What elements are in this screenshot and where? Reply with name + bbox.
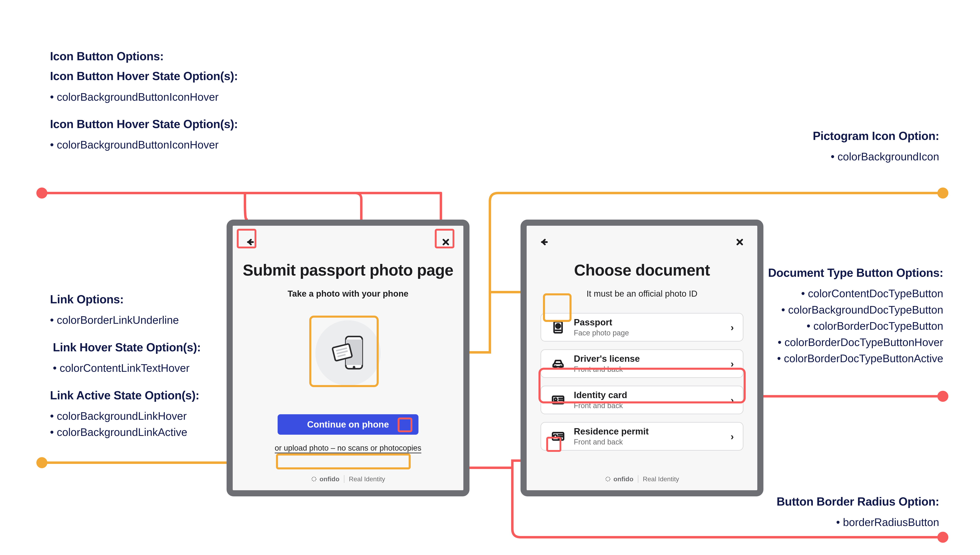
anno-item: colorBackgroundButtonIconHover [50,137,275,153]
anno-subheading: Link Hover State Option(s): [53,340,254,354]
back-button[interactable] [538,236,551,249]
connector-node [937,188,948,199]
anno-link: Link Options: colorBorderLinkUnderline L… [50,292,254,452]
anno-item: colorBorderLinkUnderline [50,312,254,328]
doc-subtitle: Front and back [574,438,723,446]
page-subtitle: Take a photo with your phone [233,289,464,298]
highlight-back-button [237,229,256,249]
close-icon [735,238,744,246]
highlight-pictogram [309,316,379,387]
anno-item: colorBackgroundButtonIconHover [50,89,275,105]
anno-item: colorBackgroundLinkHover [50,408,254,424]
anno-item: colorBorderDocTypeButton [698,318,943,334]
anno-subheading: Icon Button Hover State Option(s): [50,117,275,132]
arrow-left-icon [540,238,548,246]
upload-link-row: or upload photo – no scans or photocopie… [233,444,464,452]
doc-type-residence-permit[interactable]: Residence permit Front and back › [540,422,743,451]
footer: onfido Real Identity [233,475,464,483]
footer-separator [344,475,344,483]
highlight-passport-icon [543,294,572,322]
upload-photo-link[interactable]: or upload photo – no scans or photocopie… [275,444,421,453]
highlight-border-radius-primary [398,417,412,432]
anno-heading: Pictogram Icon Option: [755,129,939,143]
close-button[interactable] [733,236,746,249]
highlight-border-radius-docrow [546,437,561,452]
anno-item: colorBorderDocTypeButtonActive [698,350,943,367]
anno-subheading: Link Active State Option(s): [50,388,254,403]
anno-border-radius: Button Border Radius Option: borderRadiu… [715,494,939,542]
connector-node [36,188,47,199]
svg-point-24 [606,477,610,481]
brand-logo: onfido [311,475,339,483]
footer-tagline: Real Identity [349,475,385,483]
chevron-right-icon: › [731,431,734,442]
anno-subheading: Icon Button Hover State Option(s): [50,69,275,83]
highlight-identity-card-row [539,368,746,403]
highlight-close-button [435,229,454,249]
page-title: Submit passport photo page [233,261,464,279]
anno-item: colorBackgroundLinkActive [50,424,254,440]
anno-item: colorBorderDocTypeButtonHover [698,334,943,351]
anno-item: colorBackgroundDocTypeButton [698,302,943,318]
footer-separator [638,475,638,483]
anno-subheading: Link Options: [50,292,254,306]
anno-pictogram: Pictogram Icon Option: colorBackgroundIc… [755,129,939,177]
anno-doctype: Document Type Button Options: colorConte… [698,266,943,379]
onfido-mark-icon [605,476,611,482]
anno-heading: Icon Button Options: [50,49,275,64]
continue-on-phone-button[interactable]: Continue on phone [278,414,419,435]
connector-node [937,391,948,402]
footer-tagline: Real Identity [643,475,679,483]
anno-item: colorContentLinkTextHover [53,360,254,376]
anno-heading: Button Border Radius Option: [715,494,939,509]
highlight-upload-link [276,454,411,469]
svg-point-7 [312,477,316,481]
onfido-mark-icon [311,476,317,482]
anno-item: borderRadiusButton [715,514,939,531]
doc-title: Residence permit [574,426,723,437]
anno-heading: Document Type Button Options: [698,266,943,280]
connector-node [937,532,948,543]
anno-item: colorContentDocTypeButton [698,286,943,302]
anno-icon-button: Icon Button Options: Icon Button Hover S… [50,49,275,165]
anno-item: colorBackgroundIcon [755,149,939,165]
connector-node [36,457,47,468]
brand-logo: onfido [605,475,633,483]
footer: onfido Real Identity [527,475,757,483]
